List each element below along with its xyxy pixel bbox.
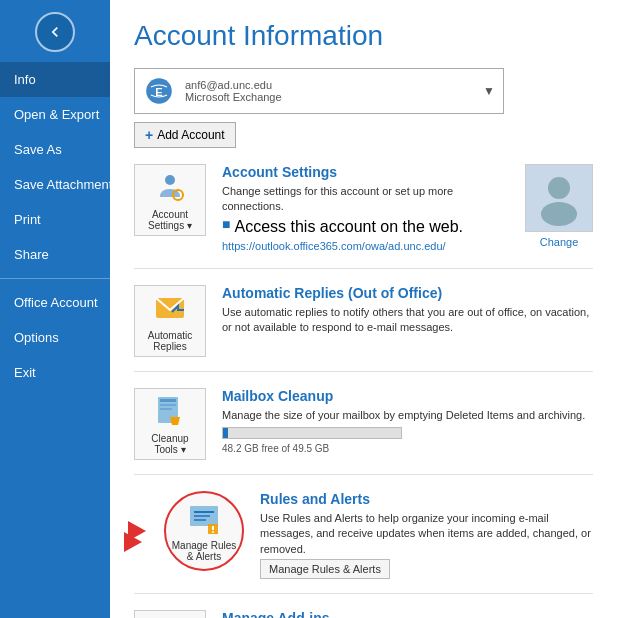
account-type: Microsoft Exchange: [185, 91, 483, 103]
account-settings-svg-icon: [152, 169, 188, 205]
mailbox-cleanup-svg-icon: [152, 393, 188, 429]
mailbox-cleanup-section: CleanupTools ▾ Mailbox Cleanup Manage th…: [134, 388, 593, 475]
sidebar-item-office-account[interactable]: Office Account: [0, 285, 110, 320]
account-settings-section: AccountSettings ▾ Account Settings Chang…: [134, 164, 593, 269]
svg-point-9: [541, 202, 577, 226]
sidebar-item-share[interactable]: Share: [0, 237, 110, 272]
svg-rect-13: [160, 404, 176, 406]
sidebar: Info Open & Export Save As Save Attachme…: [0, 0, 110, 618]
change-avatar-button[interactable]: Change: [540, 236, 579, 248]
auto-replies-svg-icon: [152, 290, 188, 326]
account-settings-row: AccountSettings ▾ Account Settings Chang…: [134, 164, 593, 254]
auto-replies-label: AutomaticReplies: [148, 330, 192, 352]
auto-replies-title: Automatic Replies (Out of Office): [222, 285, 593, 301]
sidebar-item-save-as[interactable]: Save As: [0, 132, 110, 167]
sidebar-item-options[interactable]: Options: [0, 320, 110, 355]
sidebar-item-open-export[interactable]: Open & Export: [0, 97, 110, 132]
sidebar-item-info[interactable]: Info: [0, 62, 110, 97]
svg-rect-12: [160, 399, 176, 402]
account-settings-link[interactable]: https://outlook.office365.com/owa/ad.unc…: [222, 240, 446, 252]
storage-text: 48.2 GB free of 49.5 GB: [222, 443, 593, 454]
rules-alerts-title: Rules and Alerts: [260, 491, 593, 507]
plus-icon: +: [145, 127, 153, 143]
sidebar-item-exit[interactable]: Exit: [0, 355, 110, 390]
auto-replies-desc: Use automatic replies to notify others t…: [222, 305, 593, 336]
account-settings-desc: Change settings for this account or set …: [222, 184, 513, 215]
mailbox-cleanup-label: CleanupTools ▾: [151, 433, 188, 455]
account-icon: E: [143, 75, 175, 107]
rules-alerts-svg-icon: [186, 500, 222, 536]
mailbox-cleanup-desc: Manage the size of your mailbox by empty…: [222, 408, 593, 423]
rules-alerts-icon-box[interactable]: Manage Rules& Alerts: [164, 491, 244, 571]
sidebar-item-print[interactable]: Print: [0, 202, 110, 237]
dropdown-arrow-icon[interactable]: ▼: [483, 84, 495, 98]
auto-replies-section: AutomaticReplies Automatic Replies (Out …: [134, 285, 593, 372]
add-account-button[interactable]: + Add Account: [134, 122, 236, 148]
bullet-icon: ■: [222, 217, 230, 231]
account-email: anf6@ad.unc.edu: [185, 79, 483, 91]
rules-alerts-section: Manage Rules& Alerts Rules and Alerts Us…: [134, 491, 593, 594]
account-details: anf6@ad.unc.edu Microsoft Exchange: [185, 79, 483, 103]
storage-progress-fill: [223, 428, 228, 438]
avatar: [525, 164, 593, 232]
manage-addins-icon-box[interactable]: Manage Add-ins: [134, 610, 206, 618]
svg-point-2: [165, 175, 175, 185]
manage-addins-content: Manage Add-ins Manage and acquire Web Ad…: [222, 610, 593, 618]
page-title: Account Information: [134, 20, 593, 52]
account-settings-bullet: ■ Access this account on the web.: [222, 218, 513, 236]
manage-addins-title: Manage Add-ins: [222, 610, 593, 618]
add-account-label: Add Account: [157, 128, 224, 142]
sidebar-divider: [0, 278, 110, 279]
mailbox-cleanup-icon-box[interactable]: CleanupTools ▾: [134, 388, 206, 460]
rules-alerts-label: Manage Rules& Alerts: [172, 540, 236, 562]
mailbox-cleanup-content: Mailbox Cleanup Manage the size of your …: [222, 388, 593, 454]
manage-addins-section: Manage Add-ins Manage Add-ins Manage and…: [134, 610, 593, 618]
rules-alerts-content: Rules and Alerts Use Rules and Alerts to…: [260, 491, 593, 579]
storage-progress-bar: [222, 427, 402, 439]
account-settings-bullet-text: Access this account on the web.: [234, 218, 463, 236]
back-button[interactable]: [35, 12, 75, 52]
avatar-area: Change: [525, 164, 593, 248]
account-settings-label: AccountSettings ▾: [148, 209, 192, 231]
account-settings-title: Account Settings: [222, 164, 513, 180]
account-settings-content: Account Settings Change settings for thi…: [222, 164, 513, 254]
account-selector[interactable]: E anf6@ad.unc.edu Microsoft Exchange ▼: [134, 68, 504, 114]
auto-replies-content: Automatic Replies (Out of Office) Use au…: [222, 285, 593, 336]
avatar-silhouette-icon: [529, 168, 589, 228]
rules-alerts-tooltip: Manage Rules & Alerts: [260, 559, 390, 579]
mailbox-cleanup-title: Mailbox Cleanup: [222, 388, 593, 404]
svg-marker-15: [170, 417, 180, 425]
auto-replies-icon-box[interactable]: AutomaticReplies: [134, 285, 206, 357]
svg-point-8: [548, 177, 570, 199]
account-settings-icon-box[interactable]: AccountSettings ▾: [134, 164, 206, 236]
main-content: Account Information E anf6@ad.unc.edu Mi…: [110, 0, 617, 618]
rules-alerts-desc: Use Rules and Alerts to help organize yo…: [260, 511, 593, 557]
svg-rect-14: [160, 408, 172, 410]
svg-text:E: E: [155, 86, 163, 98]
svg-point-22: [212, 531, 214, 533]
sidebar-item-save-attachments[interactable]: Save Attachments: [0, 167, 110, 202]
